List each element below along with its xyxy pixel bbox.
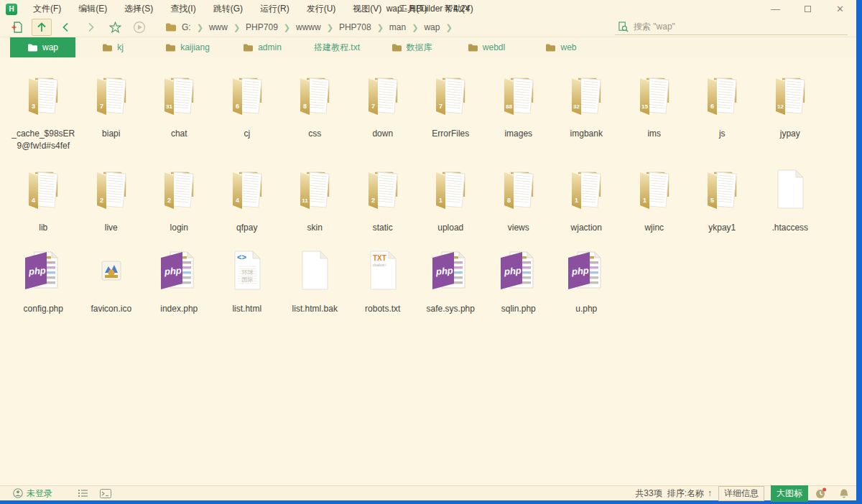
folder-item[interactable]: 32 imgbank bbox=[552, 73, 621, 152]
svg-text:国际: 国际 bbox=[241, 276, 253, 283]
outline-list-button[interactable] bbox=[78, 489, 88, 498]
window-controls: — ✕ bbox=[759, 0, 856, 18]
file-name-label: views bbox=[508, 222, 529, 234]
chevron-left-icon bbox=[60, 22, 72, 33]
folder-item[interactable]: 1 upload bbox=[417, 167, 485, 234]
tab-webdl[interactable]: webdl bbox=[449, 37, 524, 57]
menu-item[interactable]: 视图(V) bbox=[344, 0, 390, 18]
tab-web[interactable]: web bbox=[524, 37, 598, 57]
file-item[interactable]: TXT disallow:/robots.txt bbox=[349, 248, 417, 315]
sort-label[interactable]: 排序:名称 bbox=[667, 487, 704, 500]
menu-item[interactable]: 编辑(E) bbox=[70, 0, 116, 18]
menu-item[interactable]: 文件(F) bbox=[24, 0, 70, 18]
file-item[interactable]: favicon.ico bbox=[78, 248, 146, 315]
menu-item[interactable]: 选择(S) bbox=[116, 0, 162, 18]
file-name-label: chat bbox=[171, 128, 187, 140]
update-notification-button[interactable] bbox=[815, 487, 827, 499]
run-button[interactable] bbox=[129, 19, 149, 36]
favorite-button[interactable] bbox=[105, 19, 125, 36]
folder-item[interactable]: 2 live bbox=[78, 167, 146, 234]
up-directory-button[interactable] bbox=[32, 19, 52, 36]
folder-item[interactable]: 1 wjinc bbox=[621, 167, 689, 234]
svg-text:TXT: TXT bbox=[373, 254, 386, 262]
tab-label: admin bbox=[258, 42, 282, 52]
tab-admin[interactable]: admin bbox=[225, 37, 300, 57]
tab-wap[interactable]: wap bbox=[10, 37, 75, 57]
tab-数据库[interactable]: 数据库 bbox=[374, 37, 449, 57]
menu-item[interactable]: 运行(R) bbox=[251, 0, 298, 18]
file-name-label: list.html bbox=[232, 303, 261, 315]
folder-item[interactable]: 15 ims bbox=[621, 73, 689, 152]
breadcrumb-item[interactable]: PHP708 bbox=[335, 22, 375, 32]
svg-text:8: 8 bbox=[507, 197, 511, 204]
file-name-label: imgbank bbox=[570, 128, 603, 140]
file-item[interactable]: php index.php bbox=[145, 248, 213, 315]
breadcrumb-item[interactable]: PHP709 bbox=[242, 22, 282, 32]
maximize-button[interactable] bbox=[792, 0, 824, 18]
sort-direction[interactable]: ↑ bbox=[708, 488, 712, 498]
file-item[interactable]: .htaccess bbox=[756, 167, 825, 234]
login-status[interactable]: 未登录 bbox=[13, 487, 52, 500]
bell-icon bbox=[839, 488, 849, 499]
folder-item[interactable]: 7 biapi bbox=[78, 73, 146, 152]
search-input[interactable]: 搜索 "wap" bbox=[615, 20, 848, 35]
back-button[interactable] bbox=[56, 19, 76, 36]
folder-item[interactable]: 12 jypay bbox=[756, 73, 825, 152]
folder-item[interactable]: 11 skin bbox=[281, 167, 349, 234]
file-item[interactable]: php config.php bbox=[9, 248, 78, 315]
folder-item[interactable]: 6 cj bbox=[213, 73, 282, 152]
folder-icon: 2 bbox=[88, 167, 134, 213]
minimize-button[interactable]: — bbox=[759, 0, 792, 18]
tab-搭建教程.txt[interactable]: 搭建教程.txt bbox=[300, 37, 374, 57]
folder-item[interactable]: 8 views bbox=[485, 167, 553, 234]
folder-item[interactable]: 4 lib bbox=[9, 167, 78, 234]
status-bar: 未登录 共33 bbox=[0, 485, 856, 500]
file-name-label: wjaction bbox=[571, 222, 602, 234]
svg-text:7: 7 bbox=[371, 103, 375, 110]
folder-item[interactable]: 8 css bbox=[281, 73, 349, 152]
close-button[interactable]: ✕ bbox=[824, 0, 856, 18]
menu-item[interactable]: 跳转(G) bbox=[205, 0, 251, 18]
file-item[interactable]: php safe.sys.php bbox=[417, 248, 485, 315]
terminal-button[interactable] bbox=[100, 489, 111, 498]
folder-icon: 1 bbox=[631, 167, 677, 213]
notifications-button[interactable] bbox=[839, 488, 849, 499]
folder-item[interactable]: 3 _cache_$98sER9@fw!d#s4fef bbox=[9, 73, 78, 152]
details-view-button[interactable]: 详细信息 bbox=[718, 486, 764, 501]
file-item[interactable]: list.html.bak bbox=[281, 248, 349, 315]
file-item[interactable]: php sqlin.php bbox=[485, 248, 553, 315]
tab-label: 搭建教程.txt bbox=[314, 42, 360, 54]
tab-label: webdl bbox=[483, 42, 505, 52]
folder-item[interactable]: 4 qfpay bbox=[213, 167, 282, 234]
star-icon bbox=[109, 22, 121, 34]
tab-label: kj bbox=[117, 42, 124, 52]
file-item[interactable]: <> 环球 国际list.html bbox=[213, 248, 282, 315]
folder-item[interactable]: 2 static bbox=[349, 167, 417, 234]
folder-item[interactable]: 6 js bbox=[688, 73, 756, 152]
menu-item[interactable]: 工具(T) bbox=[390, 0, 435, 18]
tab-kj[interactable]: kj bbox=[75, 37, 150, 57]
folder-item[interactable]: 7 ErrorFiles bbox=[417, 73, 485, 152]
breadcrumb-item[interactable]: wwww bbox=[292, 22, 325, 32]
menu-item[interactable]: 发行(U) bbox=[298, 0, 345, 18]
list-icon bbox=[78, 489, 88, 498]
folder-item[interactable]: 2 login bbox=[145, 167, 213, 234]
forward-button[interactable] bbox=[80, 19, 101, 36]
breadcrumb-item[interactable]: wap bbox=[420, 22, 443, 32]
breadcrumb-item[interactable]: G: bbox=[178, 22, 195, 32]
menu-item[interactable]: 帮助(Y) bbox=[436, 0, 482, 18]
folder-item[interactable]: 7 down bbox=[349, 73, 417, 152]
folder-item[interactable]: 1 wjaction bbox=[552, 167, 621, 234]
folder-item[interactable]: 31 chat bbox=[145, 73, 213, 152]
new-file-button[interactable] bbox=[7, 19, 27, 36]
breadcrumb-item[interactable]: man bbox=[386, 22, 409, 32]
folder-item[interactable]: 88 images bbox=[485, 73, 553, 152]
menu-item[interactable]: 查找(I) bbox=[162, 0, 204, 18]
folder-icon bbox=[468, 43, 478, 52]
file-item[interactable]: php u.php bbox=[552, 248, 621, 315]
folder-item[interactable]: 5 ykpay1 bbox=[688, 167, 756, 234]
svg-text:php: php bbox=[503, 265, 522, 277]
large-icons-view-button[interactable]: 大图标 bbox=[771, 485, 808, 502]
breadcrumb-item[interactable]: www bbox=[205, 22, 231, 32]
tab-kaijiang[interactable]: kaijiang bbox=[150, 37, 225, 57]
